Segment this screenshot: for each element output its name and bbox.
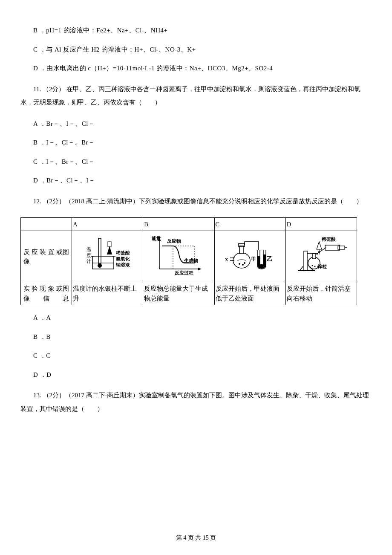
svg-point-14 <box>233 253 250 268</box>
q11-option-c[interactable]: C ．I－、Br－、Cl－ <box>20 157 372 167</box>
col-header-a: A <box>72 218 143 231</box>
label-yi: 乙 <box>267 254 273 264</box>
label-acid2: 稀硫酸 <box>322 236 336 243</box>
diagram-c: X 甲 乙 <box>214 231 285 282</box>
svg-marker-10 <box>198 268 202 270</box>
label-product: 生成物 <box>184 257 198 264</box>
row-header-info: 实 验 现 象 或图像信息 <box>21 282 72 305</box>
page-footer: 第 4 页 共 15 页 <box>0 533 392 542</box>
q12-option-b[interactable]: B ．B <box>20 332 372 342</box>
info-a: 温度计的水银柱不断上升 <box>72 282 143 305</box>
svg-line-27 <box>300 266 303 271</box>
label-process: 反应过程 <box>175 269 193 277</box>
svg-point-1 <box>98 263 102 268</box>
table-row: 反 应 装 置 或图像 温 度 计 稀盐酸 氢氧化 钠溶液 <box>21 231 357 282</box>
table-row: A B C D <box>21 218 357 231</box>
label-jia: 甲 <box>251 255 256 263</box>
col-header-b: B <box>143 218 214 231</box>
svg-point-21 <box>258 264 265 269</box>
diagram-a: 温 度 计 稀盐酸 氢氧化 钠溶液 <box>72 231 143 282</box>
info-d: 反应开始后，针筒活塞向右移动 <box>285 282 357 305</box>
q12-table: A B C D 反 应 装 置 或图像 温 度 计 稀盐 <box>20 217 357 305</box>
q13-stem: 13. （2分）（2017 高二下·商丘期末）实验室制备氯气的装置如下图。图中涉… <box>20 389 372 416</box>
q11-stem: 11. （2分） 在甲、乙、丙三种溶液中各含一种卤素离子，往甲中加淀粉和氯水，则… <box>20 83 372 110</box>
svg-rect-36 <box>325 245 340 250</box>
table-row: 实 验 现 象 或图像信息 温度计的水银柱不断上升 反应物总能量大于生成物总能量… <box>21 282 357 305</box>
svg-point-22 <box>239 263 240 265</box>
row-header-device: 反 应 装 置 或图像 <box>21 231 72 282</box>
info-b: 反应物总能量大于生成物总能量 <box>143 282 214 305</box>
label-naoh2: 钠溶液 <box>116 261 130 269</box>
q12-option-a[interactable]: A ．A <box>20 313 372 323</box>
label-reactant: 反应物 <box>167 237 181 245</box>
label-energy: 能量 <box>152 235 161 242</box>
q11-option-b[interactable]: B ．I－、Cl－、Br－ <box>20 138 372 147</box>
svg-rect-25 <box>304 251 307 271</box>
svg-point-40 <box>314 266 315 267</box>
header-blank <box>21 218 72 231</box>
diagram-d: 稀硫酸 锌粒 <box>285 231 357 282</box>
info-c: 反应开始后，甲处液面低于乙处液面 <box>214 282 285 305</box>
label-zinc: 锌粒 <box>317 263 327 270</box>
q10-option-b[interactable]: B ．pH=1 的溶液中：Fe2+、Na+、Cl-、NH4+ <box>20 26 372 35</box>
q12-option-c[interactable]: C ．C <box>20 351 372 361</box>
svg-rect-32 <box>312 254 316 259</box>
svg-rect-0 <box>98 238 101 264</box>
col-header-d: D <box>285 218 357 231</box>
q12-stem: 12. （2分）（2018 高二上·清流期中）下列实验现象或图像信息不能充分说明… <box>20 195 372 208</box>
q10-option-c[interactable]: C ．与 Al 反应产生 H2 的溶液中：H+、Cl-、NO-3、K+ <box>20 45 372 55</box>
diagram-b: 能量 反应物 生成物 反应过程 <box>143 231 214 282</box>
label-temp3: 计 <box>86 258 91 265</box>
q12-option-d[interactable]: D ．D <box>20 370 372 380</box>
col-header-c: C <box>214 218 285 231</box>
svg-point-24 <box>244 262 245 264</box>
svg-point-23 <box>242 264 244 266</box>
q11-option-a[interactable]: A ．Br－、I－、Cl－ <box>20 119 372 129</box>
q10-option-d[interactable]: D ．由水电离出的 c（H+）=10-11mol·L-1 的溶液中：Na+、HC… <box>20 64 372 73</box>
svg-rect-37 <box>338 246 345 249</box>
svg-point-39 <box>311 265 313 266</box>
svg-rect-2 <box>92 256 114 269</box>
svg-line-35 <box>316 248 326 254</box>
label-x: X <box>225 256 228 263</box>
q11-option-d[interactable]: D ．Br－、Cl－、I－ <box>20 176 372 185</box>
